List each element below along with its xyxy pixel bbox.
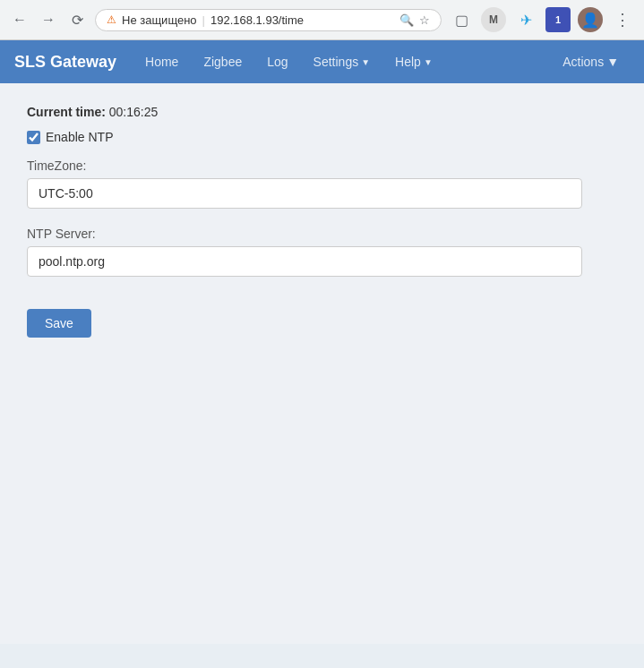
star-icon[interactable]: ☆ — [419, 13, 430, 27]
nav-item-log[interactable]: Log — [256, 49, 298, 74]
navbar-brand: SLS Gateway — [14, 53, 116, 72]
save-button[interactable]: Save — [27, 309, 91, 338]
browser-toolbar: ← → ⟳ ⚠ Не защищено | 192.168.1.93/time … — [0, 0, 644, 39]
telegram-icon[interactable]: ✈ — [513, 7, 538, 32]
back-button[interactable]: ← — [9, 9, 30, 30]
timezone-group: TimeZone: — [27, 158, 617, 209]
nav-item-zigbee[interactable]: Zigbee — [193, 49, 253, 74]
profile-avatar[interactable]: 👤 — [578, 7, 603, 32]
security-label: Не защищено — [122, 13, 197, 27]
settings-caret-icon: ▼ — [361, 57, 370, 67]
navbar: SLS Gateway Home Zigbee Log Settings ▼ H… — [0, 40, 644, 83]
nav-item-settings[interactable]: Settings ▼ — [303, 49, 382, 74]
nav-item-help[interactable]: Help ▼ — [384, 49, 443, 74]
actions-caret-icon: ▼ — [606, 55, 619, 69]
page-content: Current time: 00:16:25 Enable NTP TimeZo… — [0, 83, 644, 644]
extensions-icon[interactable]: ▢ — [449, 7, 474, 32]
timezone-label: TimeZone: — [27, 158, 617, 173]
search-icon: 🔍 — [399, 13, 414, 27]
forward-button[interactable]: → — [38, 9, 59, 30]
current-time-row: Current time: 00:16:25 — [27, 105, 617, 119]
ntp-server-input[interactable] — [27, 246, 582, 277]
lock-icon: ⚠ — [107, 13, 116, 26]
enable-ntp-label[interactable]: Enable NTP — [46, 130, 113, 144]
enable-ntp-row: Enable NTP — [27, 130, 617, 144]
browser-chrome: ← → ⟳ ⚠ Не защищено | 192.168.1.93/time … — [0, 0, 644, 40]
ext-icon-1[interactable]: 1 — [545, 7, 571, 32]
address-bar[interactable]: ⚠ Не защищено | 192.168.1.93/time 🔍 ☆ — [95, 9, 442, 31]
reload-button[interactable]: ⟳ — [66, 9, 88, 30]
actions-menu[interactable]: Actions ▼ — [552, 49, 630, 74]
nav-item-home[interactable]: Home — [134, 49, 189, 74]
navbar-nav: Home Zigbee Log Settings ▼ Help ▼ — [134, 49, 552, 74]
help-caret-icon: ▼ — [424, 57, 433, 67]
actions-label: Actions — [562, 55, 604, 69]
browser-icons: ▢ M ✈ 1 👤 ⋮ — [449, 7, 635, 32]
ntp-server-label: NTP Server: — [27, 227, 617, 241]
ntp-server-group: NTP Server: — [27, 227, 617, 277]
enable-ntp-checkbox[interactable] — [27, 131, 40, 144]
current-time-label: Current time: — [27, 105, 106, 119]
current-time-display: 00:16:25 — [109, 105, 159, 119]
separator: | — [202, 13, 205, 27]
url-text: 192.168.1.93/time — [210, 13, 394, 27]
menu-icon[interactable]: ⋮ — [610, 7, 635, 32]
profile-icon-m[interactable]: M — [481, 7, 506, 32]
timezone-input[interactable] — [27, 178, 582, 209]
